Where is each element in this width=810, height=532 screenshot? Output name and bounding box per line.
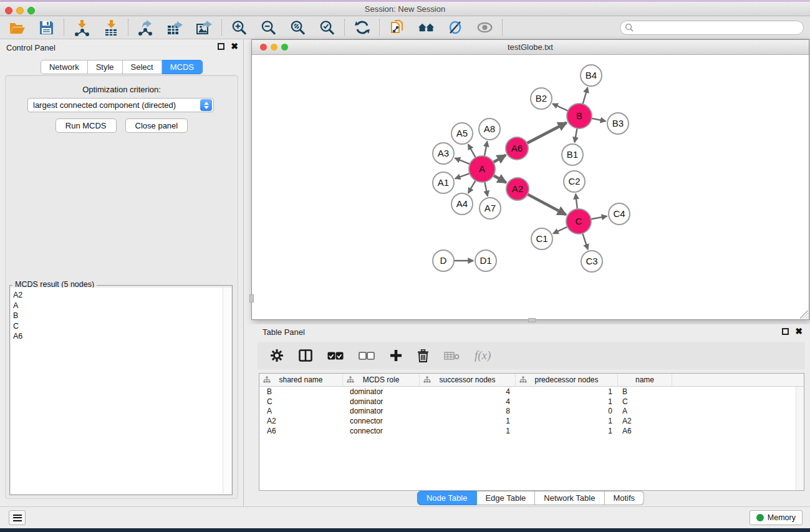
graph-edge-A2-C[interactable]: [526, 193, 566, 215]
cell-predecessor-nodes[interactable]: 1: [516, 416, 618, 426]
column-header-successor-nodes[interactable]: successor nodes: [420, 374, 516, 386]
cell-mcds-role[interactable]: dominator: [343, 387, 420, 397]
table-row[interactable]: A2connector11A2: [259, 416, 804, 426]
table-row[interactable]: Bdominator41B: [259, 387, 804, 397]
export-network-icon[interactable]: [137, 19, 154, 36]
mcds-result-list[interactable]: A2ABCA6: [11, 288, 223, 494]
network-vertical-scroll-thumb[interactable]: [249, 294, 254, 302]
cell-mcds-role[interactable]: connector: [343, 416, 420, 426]
table-settings-gear-icon[interactable]: [270, 349, 284, 362]
import-table-icon[interactable]: [102, 19, 119, 36]
hide-graphics-details-icon[interactable]: [447, 19, 464, 36]
graph-edge-A-A3[interactable]: [455, 158, 471, 164]
cell-name[interactable]: C: [618, 397, 672, 407]
open-file-icon[interactable]: [9, 19, 26, 36]
zoom-out-icon[interactable]: [260, 19, 277, 36]
cell-predecessor-nodes[interactable]: 0: [516, 407, 618, 417]
mcds-result-item[interactable]: A6: [13, 331, 223, 342]
cell-mcds-role[interactable]: dominator: [343, 407, 420, 417]
network-horizontal-scroll-thumb[interactable]: [528, 318, 536, 322]
table-row[interactable]: Cdominator41C: [259, 397, 804, 407]
column-header-shared-name[interactable]: shared name: [259, 374, 343, 386]
mcds-result-item[interactable]: C: [13, 321, 223, 332]
cell-shared-name[interactable]: A6: [259, 426, 343, 436]
home-icon[interactable]: [418, 19, 435, 36]
tab-motifs[interactable]: Motifs: [604, 491, 644, 505]
cell-predecessor-nodes[interactable]: 1: [516, 426, 618, 436]
graph-edge-B-B4[interactable]: [582, 87, 587, 105]
table-close-panel-icon[interactable]: ✖: [795, 328, 803, 335]
graph-edge-A6-B[interactable]: [526, 123, 566, 144]
search-box[interactable]: [620, 21, 804, 35]
cell-name[interactable]: A2: [618, 416, 672, 426]
network-graph[interactable]: B4B2BB3A5A8A6A3B1AA1C2A2A4A7C4CC1DD1C3: [252, 56, 809, 320]
network-window-titlebar[interactable]: testGlobe.txt: [252, 40, 809, 55]
zoom-in-icon[interactable]: [231, 19, 248, 36]
close-panel-button[interactable]: Close panel: [125, 118, 188, 133]
export-image-icon[interactable]: [196, 19, 213, 36]
graph-edge-A-A1[interactable]: [455, 173, 471, 178]
cell-successor-nodes[interactable]: 4: [420, 397, 516, 407]
tab-mcds[interactable]: MCDS: [162, 60, 203, 74]
cell-successor-nodes[interactable]: 1: [420, 426, 516, 436]
graph-edge-A-A8[interactable]: [485, 142, 488, 158]
add-row-plus-icon[interactable]: [390, 349, 402, 362]
cell-predecessor-nodes[interactable]: 1: [516, 387, 618, 397]
cell-name[interactable]: A6: [618, 426, 672, 436]
table-row[interactable]: Adominator80A: [259, 407, 804, 417]
mcds-result-scrollbar[interactable]: [223, 288, 231, 494]
tab-network-table[interactable]: Network Table: [535, 491, 604, 505]
mcds-result-item[interactable]: B: [13, 311, 223, 321]
cell-shared-name[interactable]: A: [259, 407, 343, 417]
graph-edge-B-B3[interactable]: [591, 118, 606, 121]
graph-edge-B-B1[interactable]: [574, 127, 577, 143]
column-header-name[interactable]: name: [618, 374, 672, 386]
close-panel-icon[interactable]: ✖: [231, 43, 238, 50]
cell-successor-nodes[interactable]: 1: [420, 416, 516, 426]
graph-edge-C-C4[interactable]: [590, 216, 607, 220]
delete-column-icon[interactable]: [444, 351, 460, 360]
mcds-result-item[interactable]: A: [13, 301, 223, 311]
table-float-panel-icon[interactable]: [782, 328, 789, 335]
tab-edge-table[interactable]: Edge Table: [476, 491, 535, 505]
import-network-icon[interactable]: [73, 19, 90, 36]
refresh-icon[interactable]: [354, 19, 370, 36]
deselect-all-icon[interactable]: [359, 352, 375, 360]
cell-mcds-role[interactable]: connector: [343, 426, 420, 436]
select-all-icon[interactable]: [327, 352, 344, 360]
node-table[interactable]: shared nameMCDS rolesuccessor nodesprede…: [259, 373, 804, 491]
task-history-button[interactable]: [9, 510, 26, 525]
cell-shared-name[interactable]: A2: [259, 416, 343, 426]
show-hide-annotations-eye-icon[interactable]: [476, 19, 493, 36]
graph-edge-A-A5[interactable]: [468, 144, 476, 158]
tab-style[interactable]: Style: [88, 60, 123, 74]
cell-shared-name[interactable]: C: [259, 397, 343, 407]
function-builder-icon[interactable]: f(x): [475, 349, 491, 362]
delete-trash-icon[interactable]: [417, 349, 429, 362]
graph-edge-C-C1[interactable]: [553, 226, 569, 234]
cell-name[interactable]: A: [618, 407, 672, 417]
mcds-result-item[interactable]: A2: [13, 290, 223, 301]
window-resize-grip[interactable]: [800, 311, 808, 319]
graph-edge-C-C3[interactable]: [582, 232, 588, 249]
cell-shared-name[interactable]: B: [259, 387, 343, 397]
cell-mcds-role[interactable]: dominator: [343, 397, 420, 407]
graph-edge-B-B2[interactable]: [552, 104, 569, 111]
graph-edge-A-A6[interactable]: [492, 155, 506, 163]
float-panel-icon[interactable]: [218, 43, 224, 50]
zoom-fit-icon[interactable]: [289, 19, 306, 36]
cell-name[interactable]: B: [618, 387, 672, 397]
cell-predecessor-nodes[interactable]: 1: [516, 397, 618, 407]
column-header-predecessor-nodes[interactable]: predecessor nodes: [516, 374, 618, 386]
network-canvas[interactable]: B4B2BB3A5A8A6A3B1AA1C2A2A4A7C4CC1DD1C3: [252, 56, 809, 319]
criterion-dropdown[interactable]: largest connected component (directed): [27, 98, 214, 112]
graph-edge-A-A2[interactable]: [493, 175, 506, 182]
tab-network[interactable]: Network: [41, 60, 88, 74]
main-titlebar[interactable]: Session: New Session: [0, 2, 810, 16]
save-session-icon[interactable]: [38, 19, 55, 36]
graph-edge-C-C2[interactable]: [576, 194, 577, 210]
node-table-scrollbar[interactable]: [796, 387, 804, 490]
cell-successor-nodes[interactable]: 4: [420, 387, 516, 397]
cell-successor-nodes[interactable]: 8: [420, 407, 516, 417]
column-header-mcds-role[interactable]: MCDS role: [343, 374, 420, 386]
